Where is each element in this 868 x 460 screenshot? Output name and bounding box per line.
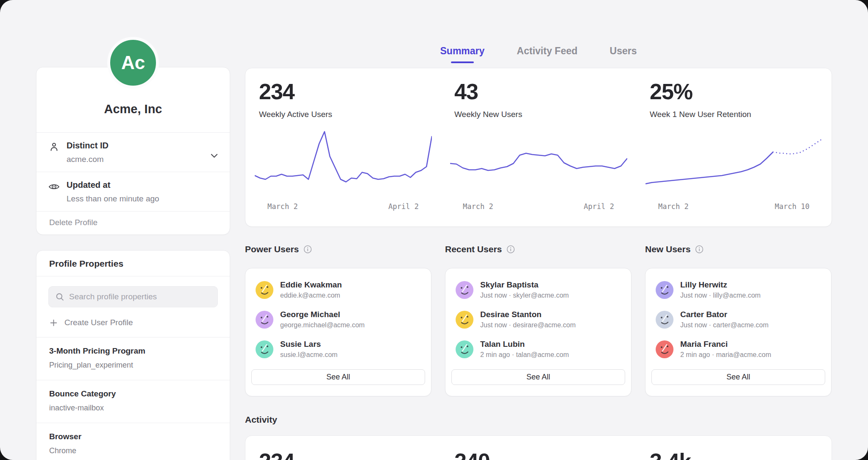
avatar-face [256,281,273,299]
user-list-item[interactable]: Eddie Kwakman eddie.k@acme.com [251,280,425,299]
create-user-profile-button[interactable]: Create User Profile [49,318,217,327]
search-icon [55,292,64,301]
user-section-head: Power Users [245,243,431,256]
property-row: Bounce Category inactive-mailbox [36,380,230,423]
avatar-face [256,340,273,358]
person-icon [47,141,60,153]
user-avatar [456,281,473,299]
user-section-title: Recent Users [445,244,502,254]
user-name: Maria Franci [680,340,771,349]
user-card: Eddie Kwakman eddie.k@acme.com George Mi… [245,268,431,396]
x-axis-end-label: April 2 [584,202,614,211]
stat-weekly-active-users: 234 Weekly Active Users March 2 April 2 [245,68,441,226]
stat-value: 25% [650,79,832,104]
activity-stat-value: 234 [245,449,441,460]
activity-stat-value: 240 [441,449,636,460]
company-avatar-initials: Ac [121,52,145,73]
activity-card: 234 240 3.4k [245,435,832,460]
user-detail: eddie.k@acme.com [280,292,342,299]
user-section: Recent Users Skylar Baptista Just now · … [445,243,632,396]
profile-properties-title: Profile Properties [36,251,230,276]
property-value: Pricing_plan_experiment [49,361,217,370]
user-card: Skylar Baptista Just now · skyler@acme.c… [445,268,632,396]
see-all-button[interactable]: See All [651,369,825,385]
user-avatar [656,311,673,329]
user-name: Susie Lars [280,340,337,349]
plus-icon [49,318,58,327]
summary-tabs: Summary Activity Feed Users [245,45,832,63]
user-name: Lilly Herwitz [680,280,761,290]
user-section: Power Users Eddie Kwakman eddie.k@acme.c… [245,243,431,396]
x-axis-end-label: April 2 [388,202,419,211]
stat-value: 43 [454,79,636,104]
info-icon[interactable] [303,245,312,254]
user-list-item[interactable]: Lilly Herwitz Just now · lilly@acme.com [651,280,825,299]
avatar-face [456,281,473,299]
user-list-item[interactable]: Talan Lubin 2 min ago · talan@acme.com [451,340,625,359]
user-avatar [256,340,273,358]
user-list-item[interactable]: George Michael george.michael@acme.com [251,310,425,329]
distinct-id-value: acme.com [67,155,108,164]
chart-x-axis: March 2 April 2 [267,202,419,211]
delete-profile-button[interactable]: Delete Profile [36,211,230,234]
profile-dashboard-page: Ac Acme, Inc Distinct ID acme.com [0,0,868,460]
see-all-button[interactable]: See All [451,369,625,385]
activity-stat-value: 3.4k [636,449,832,460]
user-name: Skylar Baptista [480,280,569,290]
property-value: Chrome [49,446,217,455]
info-icon[interactable] [506,245,515,254]
x-axis-end-label: March 10 [775,202,810,211]
property-name: Browser [49,432,217,441]
user-detail: Just now · skyler@acme.com [480,292,569,299]
user-avatar [656,340,673,358]
property-name: 3-Month Pricing Program [49,346,217,356]
search-input[interactable] [69,292,211,301]
x-axis-start-label: March 2 [267,202,298,211]
user-detail: Just now · carter@acme.com [680,321,768,329]
user-detail: susie.l@acme.com [280,351,337,359]
user-section-title: Power Users [245,244,299,254]
user-name: Talan Lubin [480,340,569,349]
user-list-item[interactable]: Skylar Baptista Just now · skyler@acme.c… [451,280,625,299]
tab-summary[interactable]: Summary [440,45,485,63]
avatar-face [456,340,473,358]
profile-properties-search[interactable] [48,286,218,307]
stat-label: Weekly New Users [454,110,636,119]
user-name: Eddie Kwakman [280,280,342,290]
tab-activity-feed[interactable]: Activity Feed [517,45,577,63]
user-list-item[interactable]: Carter Bator Just now · carter@acme.com [651,310,825,329]
user-card: Lilly Herwitz Just now · lilly@acme.com … [645,268,832,396]
updated-at-label: Updated at [67,180,159,190]
chart-x-axis: March 2 March 10 [658,202,810,211]
profile-properties-panel: Profile Properties Create User Profile [36,250,230,460]
weekly-active-users-chart [255,126,432,197]
user-detail: Just now · desirare@acme.com [480,321,576,329]
chevron-down-icon[interactable] [210,151,219,162]
distinct-id-row: Distinct ID acme.com [36,132,230,172]
user-detail: george.michael@acme.com [280,321,364,329]
profile-card: Ac Acme, Inc Distinct ID acme.com [36,67,230,235]
avatar-face [656,340,673,358]
user-detail: 2 min ago · maria@acme.com [680,351,771,359]
retention-chart [645,126,823,197]
user-avatar [656,281,673,299]
stat-label: Weekly Active Users [259,110,441,119]
info-icon[interactable] [695,245,704,254]
user-section-head: Recent Users [445,243,632,256]
activity-title: Activity [245,415,832,425]
user-list-item[interactable]: Susie Lars susie.l@acme.com [251,340,425,359]
tab-users[interactable]: Users [610,45,637,63]
property-row: 3-Month Pricing Program Pricing_plan_exp… [36,337,230,380]
user-name: George Michael [280,310,364,319]
avatar-face [456,311,473,329]
avatar-face [256,311,273,329]
user-detail: Just now · lilly@acme.com [680,292,761,299]
user-name: Carter Bator [680,310,768,319]
user-list-item[interactable]: Maria Franci 2 min ago · maria@acme.com [651,340,825,359]
summary-stats-card: 234 Weekly Active Users March 2 April 2 … [245,68,832,227]
x-axis-start-label: March 2 [463,202,493,211]
user-list-item[interactable]: Desirae Stanton Just now · desirare@acme… [451,310,625,329]
user-section-head: New Users [645,243,832,256]
user-detail: 2 min ago · talan@acme.com [480,351,569,359]
see-all-button[interactable]: See All [251,369,425,385]
